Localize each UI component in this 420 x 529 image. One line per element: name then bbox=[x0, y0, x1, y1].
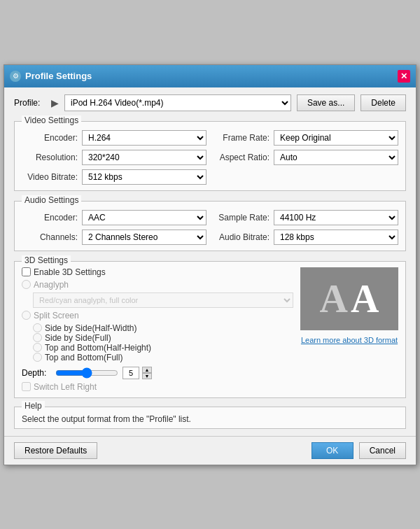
profile-select[interactable]: iPod H.264 Video(*.mp4) bbox=[64, 94, 291, 111]
dialog-footer: Restore Defaults OK Cancel bbox=[4, 436, 416, 465]
audio-encoder-label: Encoder: bbox=[22, 213, 78, 223]
split-screen-row: Split Screen bbox=[22, 311, 293, 320]
split-option-0: Side by Side(Half-Width) bbox=[33, 323, 293, 333]
video-bitrate-row: Video Bitrate: 512 kbps bbox=[22, 169, 206, 185]
3d-settings-section: 3D Settings Enable 3D Settings Anaglyph bbox=[14, 261, 406, 398]
audio-encoder-select[interactable]: AAC bbox=[82, 210, 206, 225]
split-option-2: Top and Bottom(Half-Height) bbox=[33, 343, 293, 353]
anaglyph-row: Anaglyph bbox=[22, 280, 293, 290]
switch-left-right-label: Switch Left Right bbox=[34, 382, 97, 392]
profile-play-icon: ▶ bbox=[51, 97, 59, 108]
video-settings-title: Video Settings bbox=[22, 115, 81, 125]
split-option-2-radio[interactable] bbox=[33, 343, 42, 352]
split-option-3-label: Top and Bottom(Full) bbox=[45, 353, 122, 362]
profile-row: Profile: ▶ iPod H.264 Video(*.mp4) Save … bbox=[14, 94, 406, 111]
channels-select[interactable]: 2 Channels Stereo bbox=[82, 230, 206, 245]
app-icon: ⚙ bbox=[10, 71, 21, 82]
depth-slider[interactable] bbox=[55, 368, 118, 378]
anaglyph-label: Anaglyph bbox=[34, 280, 69, 290]
dialog-body: Profile: ▶ iPod H.264 Video(*.mp4) Save … bbox=[4, 87, 416, 436]
learn-more-link[interactable]: Learn more about 3D format bbox=[301, 336, 398, 344]
audio-bitrate-select[interactable]: 128 kbps bbox=[274, 230, 398, 245]
help-section: Help Select the output format from the "… bbox=[14, 407, 406, 429]
depth-row: Depth: ▲ ▼ bbox=[22, 367, 293, 379]
anaglyph-select[interactable]: Red/cyan anaglyph, full color bbox=[33, 292, 293, 308]
encoder-select[interactable]: H.264 bbox=[82, 130, 206, 146]
restore-defaults-button[interactable]: Restore Defaults bbox=[14, 442, 97, 459]
3d-settings-left: Enable 3D Settings Anaglyph Red/cyan ana… bbox=[22, 267, 293, 392]
3d-settings-layout: Enable 3D Settings Anaglyph Red/cyan ana… bbox=[22, 267, 398, 392]
sample-rate-row: Sample Rate: 44100 Hz bbox=[214, 210, 398, 225]
sample-rate-select[interactable]: 44100 Hz bbox=[274, 210, 398, 225]
3d-preview-right: A A Learn more about 3D format bbox=[300, 267, 398, 392]
video-bitrate-select[interactable]: 512 kbps bbox=[82, 169, 206, 185]
frame-rate-label: Frame Rate: bbox=[214, 133, 270, 143]
ok-button[interactable]: OK bbox=[312, 442, 354, 459]
audio-bitrate-row: Audio Bitrate: 128 kbps bbox=[214, 230, 398, 245]
title-bar: ⚙ Profile Settings ✕ bbox=[4, 65, 416, 87]
split-option-2-label: Top and Bottom(Half-Height) bbox=[45, 343, 151, 353]
enable-3d-row: Enable 3D Settings bbox=[22, 267, 293, 277]
split-option-1-radio[interactable] bbox=[33, 333, 42, 342]
split-option-3-radio[interactable] bbox=[33, 353, 42, 362]
cancel-button[interactable]: Cancel bbox=[359, 442, 406, 459]
split-option-0-label: Side by Side(Half-Width) bbox=[45, 323, 136, 333]
encoder-label: Encoder: bbox=[22, 133, 78, 143]
footer-right-buttons: OK Cancel bbox=[312, 442, 406, 459]
switch-left-right-row: Switch Left Right bbox=[22, 382, 293, 392]
audio-bitrate-label: Audio Bitrate: bbox=[214, 232, 270, 242]
help-text: Select the output format from the "Profi… bbox=[22, 414, 398, 424]
audio-settings-section: Audio Settings Encoder: AAC Sample Rate:… bbox=[14, 201, 406, 251]
aspect-ratio-select[interactable]: Auto bbox=[274, 150, 398, 165]
video-settings-grid: Encoder: H.264 Frame Rate: Keep Original… bbox=[22, 130, 398, 185]
video-settings-section: Video Settings Encoder: H.264 Frame Rate… bbox=[14, 121, 406, 191]
split-screen-radio[interactable] bbox=[22, 311, 31, 320]
profile-settings-dialog: ⚙ Profile Settings ✕ Profile: ▶ iPod H.2… bbox=[4, 64, 416, 465]
aspect-ratio-row: Aspect Ratio: Auto bbox=[214, 150, 398, 165]
3d-settings-title: 3D Settings bbox=[22, 255, 71, 265]
help-title: Help bbox=[22, 401, 45, 411]
depth-label: Depth: bbox=[22, 368, 51, 378]
encoder-row: Encoder: H.264 bbox=[22, 130, 206, 146]
resolution-select[interactable]: 320*240 bbox=[82, 150, 206, 165]
resolution-row: Resolution: 320*240 bbox=[22, 150, 206, 165]
enable-3d-checkbox[interactable] bbox=[22, 267, 31, 276]
delete-button[interactable]: Delete bbox=[360, 94, 406, 111]
depth-increment-button[interactable]: ▲ bbox=[142, 367, 152, 373]
profile-label: Profile: bbox=[14, 98, 46, 108]
depth-decrement-button[interactable]: ▼ bbox=[142, 373, 152, 379]
channels-label: Channels: bbox=[22, 232, 78, 242]
depth-value-input[interactable] bbox=[122, 367, 139, 379]
video-bitrate-label: Video Bitrate: bbox=[22, 172, 78, 182]
aa-left-char: A bbox=[320, 276, 348, 321]
close-button[interactable]: ✕ bbox=[398, 70, 410, 83]
aa-preview: A A bbox=[300, 267, 398, 330]
split-option-1: Side by Side(Full) bbox=[33, 333, 293, 343]
audio-encoder-row: Encoder: AAC bbox=[22, 210, 206, 225]
enable-3d-label: Enable 3D Settings bbox=[34, 267, 106, 277]
anaglyph-select-row: Red/cyan anaglyph, full color bbox=[33, 292, 293, 308]
channels-row: Channels: 2 Channels Stereo bbox=[22, 230, 206, 245]
aspect-ratio-label: Aspect Ratio: bbox=[214, 153, 270, 162]
frame-rate-row: Frame Rate: Keep Original bbox=[214, 130, 398, 146]
anaglyph-radio[interactable] bbox=[22, 280, 31, 289]
frame-rate-select[interactable]: Keep Original bbox=[274, 130, 398, 146]
aa-right-char: A bbox=[351, 276, 379, 321]
audio-settings-title: Audio Settings bbox=[22, 195, 81, 205]
depth-spinner: ▲ ▼ bbox=[142, 367, 152, 379]
resolution-label: Resolution: bbox=[22, 153, 78, 162]
split-screen-label: Split Screen bbox=[34, 311, 79, 320]
split-option-1-label: Side by Side(Full) bbox=[45, 333, 111, 343]
audio-settings-grid: Encoder: AAC Sample Rate: 44100 Hz Chann… bbox=[22, 210, 398, 245]
sample-rate-label: Sample Rate: bbox=[214, 213, 270, 223]
save-as-button[interactable]: Save as... bbox=[297, 94, 355, 111]
split-option-3: Top and Bottom(Full) bbox=[33, 353, 293, 362]
split-options: Side by Side(Half-Width) Side by Side(Fu… bbox=[33, 323, 293, 362]
dialog-title: Profile Settings bbox=[25, 71, 393, 81]
switch-left-right-checkbox[interactable] bbox=[22, 382, 31, 391]
split-option-0-radio[interactable] bbox=[33, 323, 42, 332]
